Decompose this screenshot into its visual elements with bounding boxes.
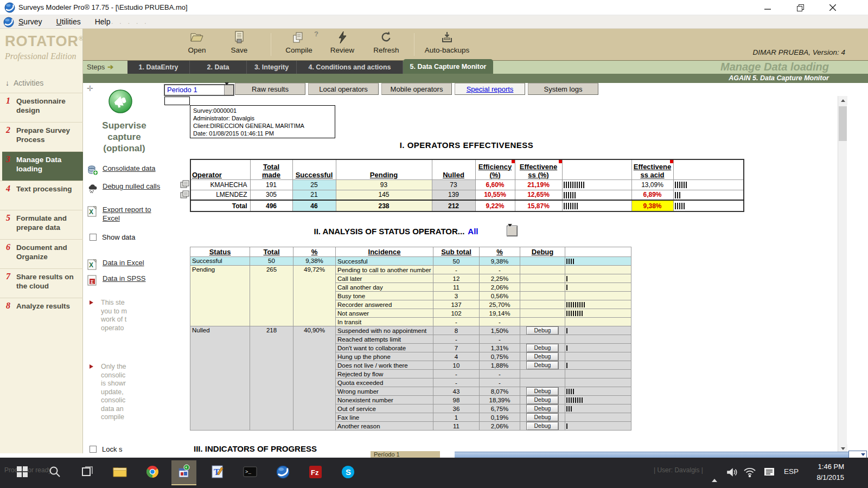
show-data-checkbox[interactable]: Show data: [90, 233, 135, 241]
survey-info-box: Survey:0000001Administrator: DavalgisCli…: [190, 105, 335, 138]
panel-link-debug-nulled-calls[interactable]: Debug nulled calls: [87, 182, 167, 196]
sidebar-item-manage-data-loading[interactable]: 3Manage Data loading: [2, 151, 83, 181]
svg-text:X: X: [89, 208, 93, 216]
window-restore-button[interactable]: [791, 0, 809, 15]
desktop: Surveys Modeler Pro® 17.75 - [\Estudio P…: [0, 0, 868, 488]
panel-link-data-in-excel[interactable]: XData in Excel: [87, 259, 167, 272]
menu-item-utilities[interactable]: Utilities: [55, 15, 82, 29]
status-filter-value[interactable]: All: [468, 227, 478, 236]
period-dropdown-button[interactable]: [224, 85, 233, 95]
toolbar-button-review[interactable]: Review: [326, 31, 359, 54]
sidebar-item-share-results-on-the-cloud[interactable]: 7Share results on the cloud: [0, 268, 83, 298]
open-folder-icon: [181, 31, 213, 46]
debug-button[interactable]: Debug: [527, 344, 558, 352]
checkbox-label: Lock s: [102, 445, 123, 453]
status-user-text: | User: Davalgis |: [654, 466, 703, 474]
step-tab-5[interactable]: 5. Data Capture Monitor: [403, 59, 493, 74]
panel-link-label: Data in Excel: [103, 259, 167, 267]
taskbar-surveys-modeler-app-button[interactable]: [171, 460, 196, 485]
sidebar-item-text-processing[interactable]: 4Text processing: [0, 181, 83, 210]
step-tab-1[interactable]: 1. DataEntry: [127, 61, 190, 74]
taskbar-terminal-button[interactable]: >_: [238, 460, 263, 485]
toolbar-button-save[interactable]: Save: [223, 31, 256, 54]
panel-link-consolidate-data[interactable]: Consolidate data: [87, 164, 167, 178]
report-tab-system-logs[interactable]: System logs: [528, 83, 598, 95]
lock-checkbox[interactable]: Lock s: [90, 445, 123, 453]
report-tab-local-operators[interactable]: Local operators: [308, 83, 379, 95]
toolbar-button-compile[interactable]: ?Compile: [278, 31, 320, 54]
cell-bars: [565, 378, 631, 387]
sidebar-item-prepare-survey-process[interactable]: 2Prepare Survey Process: [0, 122, 83, 151]
panel-link-data-in-spss[interactable]: ΣData in SPSS: [87, 274, 167, 288]
taskbar-filezilla-button[interactable]: Fz: [303, 460, 328, 485]
empty-cell-box[interactable]: [164, 97, 190, 105]
debug-button[interactable]: Debug: [527, 414, 558, 421]
table2-row: Successful509,38%Successful509,38%: [190, 257, 631, 266]
excel-icon: X: [87, 259, 99, 272]
cell-bars: [565, 335, 631, 344]
report-tab-mobile-operators[interactable]: Mobile operators: [381, 83, 452, 95]
cell-subtotal: 43: [433, 387, 480, 396]
brand-edition: Professional Edition: [5, 52, 76, 61]
window-close-button[interactable]: [824, 0, 842, 15]
menubar: SurveyUtilitiesHelp .....: [0, 15, 868, 29]
toolbar-button-refresh[interactable]: Refresh: [368, 31, 404, 54]
debug-button[interactable]: Debug: [527, 396, 558, 404]
cell-effectiveness-bars: [562, 190, 631, 200]
cell-debug: [520, 266, 565, 274]
sidebar-item-formulate-and-prepare-data[interactable]: 5Formulate and prepare data: [0, 210, 83, 239]
taskbar-file-explorer-button[interactable]: [107, 460, 132, 485]
taskbar-skype-button[interactable]: S: [335, 460, 360, 485]
scrollbar-thumb[interactable]: [839, 106, 847, 141]
clock-date: 8/1/2015: [816, 472, 844, 483]
sidebar-item-document-and-organize[interactable]: 6Document and Organize: [0, 239, 83, 268]
debug-button[interactable]: Debug: [527, 327, 558, 335]
panel-link-label: Debug nulled calls: [103, 182, 167, 191]
clock[interactable]: 1:46 PM 8/1/2015: [816, 461, 844, 483]
taskbar-text-editor-button[interactable]: T: [205, 460, 230, 485]
wifi-icon[interactable]: [743, 467, 756, 480]
sidebar-item-analyze-results[interactable]: 8Analyze results: [0, 298, 83, 317]
menu-item-survey[interactable]: Survey: [17, 15, 43, 29]
taskbar-sphere-app-button[interactable]: [270, 460, 295, 485]
report-tab-raw-results[interactable]: Raw results: [235, 83, 305, 95]
vertical-scrollbar[interactable]: [838, 96, 847, 453]
taskbar-chrome-button[interactable]: [140, 460, 165, 485]
scroll-up-button[interactable]: [838, 96, 847, 105]
taskbar-task-view-button[interactable]: [75, 460, 100, 485]
cell-bars: [565, 396, 631, 404]
table1-header: [562, 159, 631, 179]
printer-icon[interactable]: [180, 180, 189, 188]
toolbar-button-auto-backups[interactable]: Auto-backups: [417, 31, 477, 54]
speaker-icon[interactable]: [726, 467, 738, 480]
debug-button[interactable]: Debug: [527, 353, 558, 361]
note-line: compile: [101, 413, 126, 422]
tray-expand-caret[interactable]: [712, 470, 717, 479]
printer-icon[interactable]: [180, 190, 189, 198]
taskbar-start-button[interactable]: [10, 460, 35, 485]
toolbar-button-open[interactable]: Open: [181, 31, 213, 54]
touch-keyboard-icon[interactable]: [764, 467, 775, 479]
step-tab-4[interactable]: 4. Conditions and actions: [297, 61, 403, 74]
checkbox-icon[interactable]: [90, 234, 97, 241]
window-minimize-button[interactable]: [758, 0, 777, 15]
sidebar-item-label: Prepare Survey Process: [16, 126, 81, 144]
step-tab-3[interactable]: 3. Integrity: [247, 61, 297, 74]
period-combobox[interactable]: Periodo 1: [164, 85, 234, 95]
panel-note-1: This steyou to mwork of toperato: [90, 299, 127, 332]
step-tab-2[interactable]: 2. Data: [190, 61, 247, 74]
checkbox-icon[interactable]: [90, 446, 97, 453]
status-filter-dropdown-button[interactable]: [507, 226, 517, 236]
panel-link-export-report-to-excel[interactable]: XExport report to Excel: [87, 206, 167, 223]
menu-item-help[interactable]: Help: [94, 15, 112, 29]
debug-button[interactable]: Debug: [527, 405, 558, 413]
debug-button[interactable]: Debug: [527, 422, 558, 430]
consolidate-data-icon: [87, 165, 99, 178]
move-handle-icon[interactable]: ✛: [87, 84, 93, 93]
taskbar-search-button[interactable]: [42, 460, 67, 485]
sidebar-item-questionnaire-design[interactable]: 1Questionnaire design: [0, 93, 83, 122]
debug-button[interactable]: Debug: [527, 362, 558, 369]
report-tab-special-reports[interactable]: Special reports: [455, 83, 525, 95]
language-indicator[interactable]: ESP: [784, 467, 799, 476]
debug-button[interactable]: Debug: [527, 388, 558, 395]
